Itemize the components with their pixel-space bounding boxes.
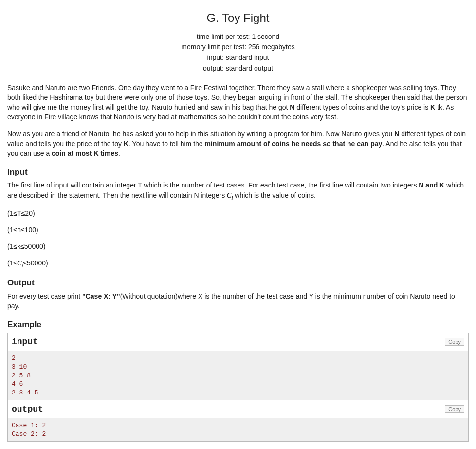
bold-minimum: minimum amount of coins he needs so that… — [205, 140, 383, 148]
output-label: output — [12, 403, 43, 415]
constraint-k: (1≤k≤50000) — [7, 242, 469, 251]
problem-header: G. Toy Fight time limit per test: 1 seco… — [7, 10, 469, 74]
copy-output-button[interactable]: Copy — [445, 405, 464, 413]
text: . You have to tell him the — [128, 140, 204, 148]
output-description: For every test case print "Case X: Y"(Wi… — [7, 291, 469, 311]
math-ci: Ci — [17, 260, 23, 267]
time-limit: time limit per test: 1 second — [7, 32, 469, 42]
input-heading: Input — [7, 167, 469, 179]
example-output-header: output Copy — [8, 400, 468, 418]
text: ≤50000) — [23, 259, 48, 267]
bold-n: N — [394, 130, 399, 138]
copy-input-button[interactable]: Copy — [445, 338, 464, 346]
text: . — [118, 150, 120, 157]
example-output-content: Case 1: 2 Case 2: 2 — [8, 418, 468, 441]
text: For every test case print — [7, 292, 82, 300]
bold-atmost: coin at most K times — [52, 150, 118, 157]
constraint-ci: (1≤Ci≤50000) — [7, 258, 469, 269]
output-heading: Output — [7, 277, 469, 289]
example-input-header: input Copy — [8, 333, 468, 351]
example-heading: Example — [7, 319, 469, 331]
statement-paragraph-1: Sasuke and Naruto are two Friends. One d… — [7, 83, 469, 122]
input-description: The first line of input will contain an … — [7, 180, 469, 201]
text: The first line of input will contain an … — [7, 181, 419, 189]
output-meta: output: standard output — [7, 63, 469, 74]
constraint-t: (1≤T≤20) — [7, 208, 469, 218]
bold-k: K — [124, 140, 128, 148]
constraint-n: (1≤n≤100) — [7, 225, 469, 235]
text: which is the value of coins. — [233, 191, 315, 199]
bold-n: N — [290, 103, 294, 111]
text: Now as you are a friend of Naruto, he ha… — [7, 130, 394, 138]
memory-limit: memory limit per test: 256 megabytes — [7, 42, 469, 53]
bold-k: K — [430, 103, 435, 111]
bold-case: "Case X: Y" — [82, 292, 120, 300]
problem-title: G. Toy Fight — [7, 10, 469, 27]
text: different types of coins and the toy's p… — [294, 103, 430, 111]
text: (1≤ — [7, 259, 17, 267]
statement-paragraph-2: Now as you are a friend of Naruto, he ha… — [7, 129, 469, 159]
bold-nk: N and K — [419, 181, 444, 189]
input-meta: input: standard input — [7, 53, 469, 63]
problem-limits: time limit per test: 1 second memory lim… — [7, 32, 469, 74]
input-label: input — [12, 336, 38, 348]
example-box: input Copy 2 3 10 2 5 8 4 6 2 3 4 5 outp… — [7, 333, 469, 442]
math-ci: Ci — [227, 192, 233, 199]
example-input-content: 2 3 10 2 5 8 4 6 2 3 4 5 — [8, 351, 468, 400]
